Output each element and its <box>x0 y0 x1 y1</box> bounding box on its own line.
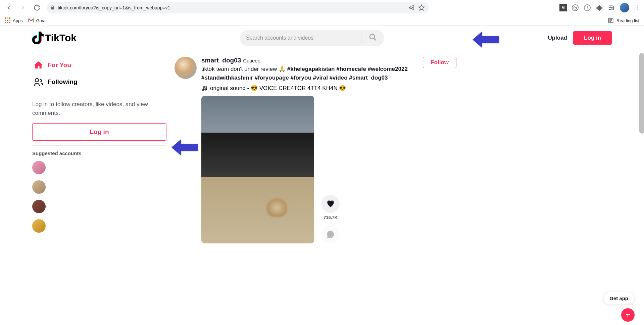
url-text: tiktok.com/foryou?is_copy_url=1&is_from_… <box>58 5 170 10</box>
annotation-arrow-icon <box>170 138 199 157</box>
tiktok-logo-icon <box>32 32 44 44</box>
comment-button[interactable] <box>321 225 340 243</box>
post-music[interactable]: original sound - 😎 VOICE CRE4TOR 4TT4 KH… <box>201 85 418 92</box>
reading-list-label: Reading list <box>616 18 639 23</box>
suggested-account-avatar[interactable] <box>32 200 46 213</box>
lock-icon <box>50 5 55 10</box>
following-icon <box>34 77 44 87</box>
action-bar: 716.7K <box>321 195 340 243</box>
search-bar[interactable] <box>240 30 384 46</box>
apps-grid-icon <box>5 17 11 24</box>
reading-list-button[interactable]: Reading list <box>603 17 639 24</box>
post-description-text: tiktok team don't under review 🙏 <box>201 66 287 72</box>
login-prompt-text: Log in to follow creators, like videos, … <box>32 100 166 117</box>
svg-point-6 <box>205 88 207 90</box>
post-username: smart_dog03 <box>201 57 241 64</box>
suggested-account-avatar[interactable] <box>32 180 46 194</box>
share-icon[interactable] <box>409 5 415 11</box>
extension-m-icon[interactable]: M <box>559 4 567 11</box>
extension-clock-icon[interactable] <box>584 4 591 11</box>
nav-for-you[interactable]: For You <box>32 57 166 74</box>
post-author-avatar[interactable] <box>175 57 197 79</box>
bookmarks-bar: Apps Gmail Reading list <box>0 15 644 26</box>
video-content-placeholder <box>267 198 287 217</box>
suggested-accounts-list <box>32 161 166 233</box>
chrome-profile-avatar[interactable] <box>620 3 629 12</box>
annotation-arrow-icon <box>473 30 499 49</box>
back-button[interactable] <box>4 3 13 12</box>
upload-link[interactable]: Upload <box>548 35 567 41</box>
tiktok-logo[interactable]: TikTok <box>32 32 77 44</box>
reload-button[interactable] <box>32 3 42 12</box>
suggested-account-avatar[interactable] <box>32 161 46 174</box>
star-icon[interactable] <box>418 4 425 11</box>
svg-point-3 <box>370 34 375 39</box>
comment-icon <box>326 230 335 239</box>
nav-following[interactable]: Following <box>32 74 166 90</box>
gmail-label: Gmail <box>36 18 48 23</box>
apps-bookmark[interactable]: Apps <box>5 17 23 24</box>
tiktok-header: TikTok Upload Log in <box>0 26 644 50</box>
music-note-icon <box>201 85 207 91</box>
search-divider <box>361 33 361 43</box>
post-music-text: original sound - 😎 VOICE CRE4TOR 4TT4 KH… <box>210 85 346 92</box>
home-icon <box>34 60 44 70</box>
nav-for-you-label: For You <box>48 61 71 69</box>
address-bar[interactable]: tiktok.com/foryou?is_copy_url=1&is_from_… <box>46 2 429 13</box>
browser-toolbar: tiktok.com/foryou?is_copy_url=1&is_from_… <box>0 0 644 15</box>
post-description: tiktok team don't under review 🙏 #kheleg… <box>201 65 418 82</box>
sidebar-login-button[interactable]: Log in <box>32 123 166 141</box>
tiktok-logo-text: TikTok <box>45 32 77 44</box>
extension-g-icon[interactable] <box>572 4 579 11</box>
page-scrollbar-thumb[interactable] <box>639 53 644 134</box>
divider <box>32 95 166 95</box>
heart-icon <box>326 199 335 208</box>
playlist-icon[interactable] <box>608 4 615 11</box>
header-login-button[interactable]: Log in <box>573 31 612 45</box>
nav-following-label: Following <box>48 78 78 86</box>
post-header: smart_dog03 Cutieee tiktok team don't un… <box>175 57 456 92</box>
follow-button[interactable]: Follow <box>423 57 456 68</box>
like-button[interactable] <box>321 195 340 213</box>
divider <box>32 145 166 146</box>
search-icon <box>369 33 377 41</box>
apps-label: Apps <box>13 18 23 23</box>
extensions-puzzle-icon[interactable] <box>596 4 603 11</box>
video-player[interactable] <box>201 96 314 243</box>
search-button[interactable] <box>364 30 382 46</box>
svg-point-4 <box>35 79 39 82</box>
post-author-line[interactable]: smart_dog03 Cutieee <box>201 57 418 64</box>
forward-button[interactable] <box>18 3 28 12</box>
search-input[interactable] <box>246 35 358 41</box>
reading-list-icon <box>608 17 614 24</box>
gmail-icon <box>28 18 34 23</box>
like-count: 716.7K <box>324 215 338 220</box>
post-nickname: Cutieee <box>243 58 260 63</box>
suggested-accounts-title: Suggested accounts <box>32 150 166 156</box>
sidebar: For You Following Log in to follow creat… <box>32 57 166 243</box>
suggested-account-avatar[interactable] <box>32 219 46 233</box>
gmail-bookmark[interactable]: Gmail <box>28 18 48 23</box>
feed: smart_dog03 Cutieee tiktok team don't un… <box>175 57 456 243</box>
svg-point-5 <box>202 89 204 91</box>
chrome-menu-icon[interactable] <box>634 5 640 10</box>
